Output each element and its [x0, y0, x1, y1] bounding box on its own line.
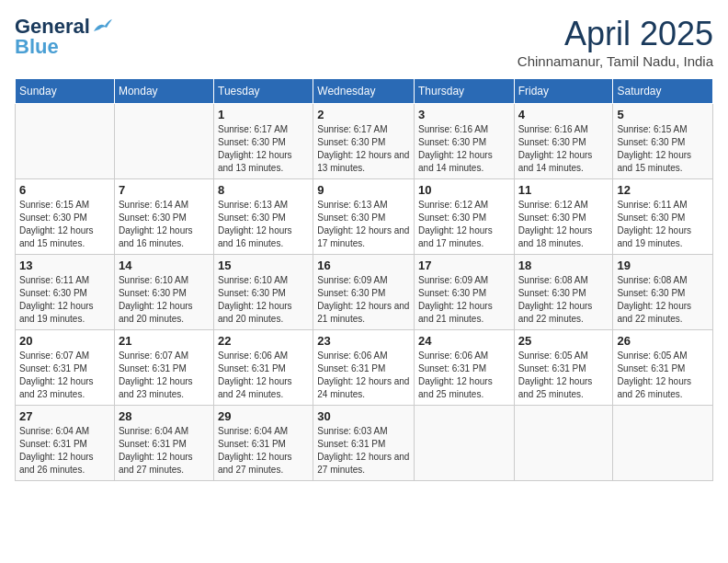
day-number: 21 [119, 334, 210, 348]
day-number: 29 [218, 409, 309, 423]
month-title: April 2025 [518, 15, 713, 53]
day-number: 16 [317, 259, 410, 272]
title-section: April 2025 Chinnamanur, Tamil Nadu, Indi… [518, 15, 713, 69]
calendar-cell [16, 104, 115, 179]
column-header-monday: Monday [114, 79, 213, 104]
calendar-cell: 9Sunrise: 6:13 AMSunset: 6:30 PMDaylight… [313, 179, 415, 255]
day-info: Sunrise: 6:11 AMSunset: 6:30 PMDaylight:… [617, 199, 709, 250]
day-info: Sunrise: 6:06 AMSunset: 6:31 PMDaylight:… [317, 350, 410, 401]
day-number: 8 [218, 183, 309, 197]
logo-bird-icon [92, 18, 112, 35]
calendar-cell [114, 104, 213, 179]
calendar-cell: 19Sunrise: 6:08 AMSunset: 6:30 PMDayligh… [613, 255, 713, 330]
calendar-cell: 25Sunrise: 6:05 AMSunset: 6:31 PMDayligh… [514, 330, 613, 406]
day-info: Sunrise: 6:13 AMSunset: 6:30 PMDaylight:… [218, 199, 309, 250]
day-info: Sunrise: 6:16 AMSunset: 6:30 PMDaylight:… [418, 123, 510, 175]
day-info: Sunrise: 6:04 AMSunset: 6:31 PMDaylight:… [119, 425, 210, 477]
day-info: Sunrise: 6:08 AMSunset: 6:30 PMDaylight:… [617, 274, 709, 326]
location: Chinnamanur, Tamil Nadu, India [518, 53, 713, 69]
calendar-cell: 27Sunrise: 6:04 AMSunset: 6:31 PMDayligh… [16, 406, 115, 481]
day-info: Sunrise: 6:12 AMSunset: 6:30 PMDaylight:… [518, 199, 609, 250]
column-header-thursday: Thursday [415, 79, 515, 104]
calendar-cell: 29Sunrise: 6:04 AMSunset: 6:31 PMDayligh… [214, 406, 313, 481]
calendar-cell: 4Sunrise: 6:16 AMSunset: 6:30 PMDaylight… [514, 104, 613, 179]
calendar-body: 1Sunrise: 6:17 AMSunset: 6:30 PMDaylight… [16, 104, 713, 481]
day-number: 7 [119, 183, 210, 197]
column-header-sunday: Sunday [16, 79, 115, 104]
calendar-cell: 10Sunrise: 6:12 AMSunset: 6:30 PMDayligh… [415, 179, 515, 255]
calendar-cell: 7Sunrise: 6:14 AMSunset: 6:30 PMDaylight… [114, 179, 213, 255]
day-info: Sunrise: 6:09 AMSunset: 6:30 PMDaylight:… [317, 274, 410, 326]
day-number: 10 [418, 183, 510, 197]
day-number: 19 [617, 259, 709, 272]
calendar-cell: 6Sunrise: 6:15 AMSunset: 6:30 PMDaylight… [16, 179, 115, 255]
day-info: Sunrise: 6:08 AMSunset: 6:30 PMDaylight:… [518, 274, 609, 326]
day-info: Sunrise: 6:11 AMSunset: 6:30 PMDaylight:… [19, 274, 110, 326]
day-number: 14 [119, 259, 210, 272]
day-info: Sunrise: 6:06 AMSunset: 6:31 PMDaylight:… [418, 350, 510, 401]
day-number: 22 [218, 334, 309, 348]
calendar-header-row: SundayMondayTuesdayWednesdayThursdayFrid… [16, 79, 713, 104]
calendar-cell: 2Sunrise: 6:17 AMSunset: 6:30 PMDaylight… [313, 104, 415, 179]
calendar-cell: 22Sunrise: 6:06 AMSunset: 6:31 PMDayligh… [214, 330, 313, 406]
calendar-cell: 18Sunrise: 6:08 AMSunset: 6:30 PMDayligh… [514, 255, 613, 330]
day-number: 2 [317, 108, 410, 121]
day-number: 9 [317, 183, 410, 197]
calendar-week-5: 27Sunrise: 6:04 AMSunset: 6:31 PMDayligh… [16, 406, 713, 481]
day-info: Sunrise: 6:05 AMSunset: 6:31 PMDaylight:… [518, 350, 609, 401]
calendar-cell [415, 406, 515, 481]
calendar-cell: 24Sunrise: 6:06 AMSunset: 6:31 PMDayligh… [415, 330, 515, 406]
day-number: 4 [518, 108, 609, 121]
column-header-saturday: Saturday [613, 79, 713, 104]
day-number: 12 [617, 183, 709, 197]
page-header: General Blue April 2025 Chinnamanur, Tam… [15, 15, 713, 69]
calendar-cell: 5Sunrise: 6:15 AMSunset: 6:30 PMDaylight… [613, 104, 713, 179]
day-info: Sunrise: 6:17 AMSunset: 6:30 PMDaylight:… [317, 123, 410, 175]
column-header-wednesday: Wednesday [313, 79, 415, 104]
calendar-cell: 16Sunrise: 6:09 AMSunset: 6:30 PMDayligh… [313, 255, 415, 330]
calendar-cell: 13Sunrise: 6:11 AMSunset: 6:30 PMDayligh… [16, 255, 115, 330]
day-info: Sunrise: 6:10 AMSunset: 6:30 PMDaylight:… [218, 274, 309, 326]
day-info: Sunrise: 6:05 AMSunset: 6:31 PMDaylight:… [617, 350, 709, 401]
day-info: Sunrise: 6:10 AMSunset: 6:30 PMDaylight:… [119, 274, 210, 326]
calendar-week-3: 13Sunrise: 6:11 AMSunset: 6:30 PMDayligh… [16, 255, 713, 330]
calendar-cell: 12Sunrise: 6:11 AMSunset: 6:30 PMDayligh… [613, 179, 713, 255]
calendar-cell: 14Sunrise: 6:10 AMSunset: 6:30 PMDayligh… [114, 255, 213, 330]
calendar-week-4: 20Sunrise: 6:07 AMSunset: 6:31 PMDayligh… [16, 330, 713, 406]
day-number: 6 [19, 183, 110, 197]
day-number: 17 [418, 259, 510, 272]
day-number: 15 [218, 259, 309, 272]
day-info: Sunrise: 6:09 AMSunset: 6:30 PMDaylight:… [418, 274, 510, 326]
day-number: 23 [317, 334, 410, 348]
day-info: Sunrise: 6:15 AMSunset: 6:30 PMDaylight:… [617, 123, 709, 175]
calendar-cell: 15Sunrise: 6:10 AMSunset: 6:30 PMDayligh… [214, 255, 313, 330]
day-info: Sunrise: 6:07 AMSunset: 6:31 PMDaylight:… [119, 350, 210, 401]
calendar-cell: 21Sunrise: 6:07 AMSunset: 6:31 PMDayligh… [114, 330, 213, 406]
day-number: 5 [617, 108, 709, 121]
calendar-week-2: 6Sunrise: 6:15 AMSunset: 6:30 PMDaylight… [16, 179, 713, 255]
day-number: 27 [19, 409, 110, 423]
day-number: 18 [518, 259, 609, 272]
column-header-friday: Friday [514, 79, 613, 104]
calendar-cell: 20Sunrise: 6:07 AMSunset: 6:31 PMDayligh… [16, 330, 115, 406]
day-info: Sunrise: 6:04 AMSunset: 6:31 PMDaylight:… [218, 425, 309, 477]
calendar-cell: 17Sunrise: 6:09 AMSunset: 6:30 PMDayligh… [415, 255, 515, 330]
calendar-cell: 1Sunrise: 6:17 AMSunset: 6:30 PMDaylight… [214, 104, 313, 179]
day-number: 26 [617, 334, 709, 348]
day-number: 3 [418, 108, 510, 121]
day-number: 20 [19, 334, 110, 348]
day-info: Sunrise: 6:04 AMSunset: 6:31 PMDaylight:… [19, 425, 110, 477]
calendar-cell: 26Sunrise: 6:05 AMSunset: 6:31 PMDayligh… [613, 330, 713, 406]
day-info: Sunrise: 6:07 AMSunset: 6:31 PMDaylight:… [19, 350, 110, 401]
column-header-tuesday: Tuesday [214, 79, 313, 104]
calendar-week-1: 1Sunrise: 6:17 AMSunset: 6:30 PMDaylight… [16, 104, 713, 179]
day-info: Sunrise: 6:13 AMSunset: 6:30 PMDaylight:… [317, 199, 410, 250]
day-info: Sunrise: 6:12 AMSunset: 6:30 PMDaylight:… [418, 199, 510, 250]
calendar-cell: 11Sunrise: 6:12 AMSunset: 6:30 PMDayligh… [514, 179, 613, 255]
calendar-cell: 8Sunrise: 6:13 AMSunset: 6:30 PMDaylight… [214, 179, 313, 255]
calendar-cell: 23Sunrise: 6:06 AMSunset: 6:31 PMDayligh… [313, 330, 415, 406]
calendar-cell: 3Sunrise: 6:16 AMSunset: 6:30 PMDaylight… [415, 104, 515, 179]
day-number: 11 [518, 183, 609, 197]
logo-blue: Blue [15, 35, 59, 59]
day-info: Sunrise: 6:03 AMSunset: 6:31 PMDaylight:… [317, 425, 410, 477]
